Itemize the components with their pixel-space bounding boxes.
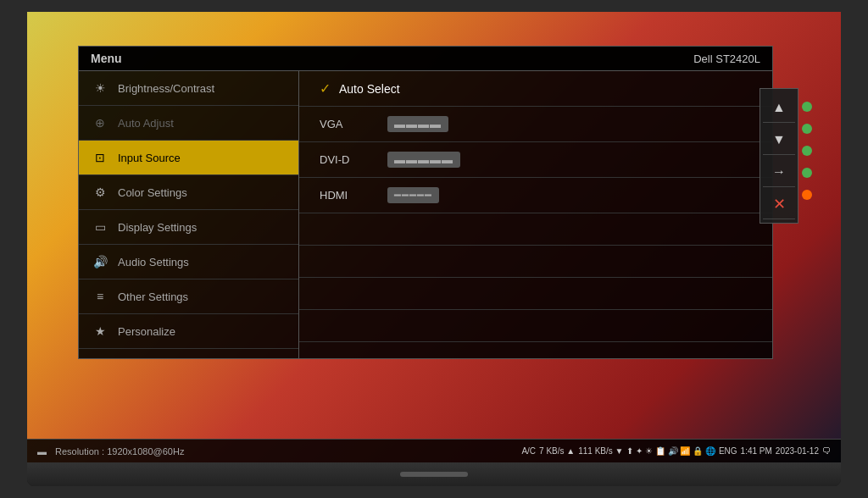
menu-label-personalize: Personalize — [118, 325, 175, 338]
side-buttons-panel: ▲ ▼ → ✕ — [760, 88, 798, 224]
vga-port-icon: ▬▬▬▬ — [387, 116, 448, 132]
monitor: Menu Dell ST2420L ☀ Brightness/Contrast … — [27, 12, 841, 486]
empty-row-4 — [299, 310, 772, 342]
vga-label: VGA — [320, 118, 387, 130]
other-settings-icon: ≡ — [91, 287, 109, 306]
screen: Menu Dell ST2420L ☀ Brightness/Contrast … — [27, 12, 841, 462]
osd-overlay: Menu Dell ST2420L ☀ Brightness/Contrast … — [78, 46, 773, 359]
menu-label-other-settings: Other Settings — [118, 290, 188, 303]
notification-icon: 🗨 — [822, 446, 831, 456]
taskbar: ▬ Resolution : 1920x1080@60Hz A/C 7 KB/s… — [27, 439, 841, 462]
auto-adjust-icon: ⊕ — [91, 113, 109, 132]
hdmi-port-icon: ━━━━━ — [387, 187, 439, 203]
ac-label: A/C — [521, 446, 536, 456]
up-button[interactable]: ▲ — [763, 92, 795, 123]
led-dot-2 — [802, 124, 812, 134]
osd-content: ✓ Auto Select VGA ▬▬▬▬ DVI-D ▬▬▬▬▬ HDMI … — [299, 71, 772, 358]
hdmi-row[interactable]: HDMI ━━━━━ — [299, 178, 772, 213]
menu-label-audio-settings: Audio Settings — [118, 256, 189, 268]
led-dot-1 — [802, 102, 812, 112]
menu-label-color-settings: Color Settings — [118, 186, 187, 199]
menu-item-other-settings[interactable]: ≡ Other Settings — [79, 279, 298, 314]
menu-item-personalize[interactable]: ★ Personalize — [79, 314, 298, 349]
menu-label-auto-adjust: Auto Adjust — [118, 117, 174, 130]
osd-body: ☀ Brightness/Contrast ⊕ Auto Adjust ⊡ In… — [79, 71, 772, 358]
checkmark-icon: ✓ — [320, 80, 331, 97]
dvid-label: DVI-D — [320, 153, 387, 166]
menu-item-brightness[interactable]: ☀ Brightness/Contrast — [79, 71, 298, 106]
network-speed2: 111 KB/s ▼ — [578, 446, 623, 456]
menu-item-color-settings[interactable]: ⚙ Color Settings — [79, 175, 298, 210]
hdmi-label: HDMI — [320, 189, 387, 202]
taskbar-time: 1:41 PM — [741, 446, 772, 456]
empty-row-3 — [299, 278, 772, 310]
taskbar-date: 2023-01-12 — [776, 446, 819, 456]
display-settings-icon: ▭ — [91, 218, 109, 236]
menu-item-input-source[interactable]: ⊡ Input Source — [79, 141, 298, 175]
osd-title-bar: Menu Dell ST2420L — [79, 47, 772, 71]
empty-row-2 — [299, 246, 772, 278]
input-source-icon: ⊡ — [91, 148, 109, 167]
dvid-port-icon: ▬▬▬▬▬ — [387, 152, 460, 168]
osd-title: Menu — [91, 52, 122, 65]
resolution-icon: ▬ — [37, 446, 47, 456]
right-button[interactable]: → — [763, 157, 795, 187]
personalize-icon: ★ — [91, 322, 109, 340]
menu-label-brightness: Brightness/Contrast — [118, 82, 214, 95]
menu-label-display-settings: Display Settings — [118, 221, 197, 234]
down-button[interactable]: ▼ — [763, 125, 795, 155]
lang-label: ENG — [719, 446, 737, 456]
osd-menu: ☀ Brightness/Contrast ⊕ Auto Adjust ⊡ In… — [79, 71, 299, 358]
color-settings-icon: ⚙ — [91, 183, 109, 202]
led-dot-4 — [802, 168, 812, 178]
vga-row[interactable]: VGA ▬▬▬▬ — [299, 107, 772, 142]
led-dot-3 — [802, 146, 812, 156]
close-button[interactable]: ✕ — [763, 189, 795, 219]
dvid-row[interactable]: DVI-D ▬▬▬▬▬ — [299, 142, 772, 178]
stand-base — [400, 472, 468, 477]
menu-item-audio-settings[interactable]: 🔊 Audio Settings — [79, 245, 298, 279]
taskbar-icons: ⬆ ✦ ☀ 📋 🔊 📶 🔒 🌐 — [626, 446, 715, 456]
resolution-text: Resolution : 1920x1080@60Hz — [55, 446, 184, 456]
monitor-stand — [27, 462, 841, 486]
auto-select-label: Auto Select — [339, 82, 400, 96]
taskbar-left: ▬ Resolution : 1920x1080@60Hz — [37, 446, 184, 456]
osd-model: Dell ST2420L — [693, 53, 760, 65]
menu-item-auto-adjust[interactable]: ⊕ Auto Adjust — [79, 106, 298, 141]
auto-select-row[interactable]: ✓ Auto Select — [299, 71, 772, 107]
taskbar-right: A/C 7 KB/s ▲ 111 KB/s ▼ ⬆ ✦ ☀ 📋 🔊 📶 🔒 🌐 … — [521, 446, 831, 456]
menu-label-input-source: Input Source — [118, 152, 181, 164]
network-speed: 7 KB/s ▲ — [539, 446, 575, 456]
led-dots — [802, 102, 812, 200]
audio-settings-icon: 🔊 — [91, 252, 109, 271]
brightness-icon: ☀ — [91, 79, 109, 97]
led-dot-5 — [802, 190, 812, 200]
empty-row-1 — [299, 213, 772, 246]
menu-item-display-settings[interactable]: ▭ Display Settings — [79, 210, 298, 245]
